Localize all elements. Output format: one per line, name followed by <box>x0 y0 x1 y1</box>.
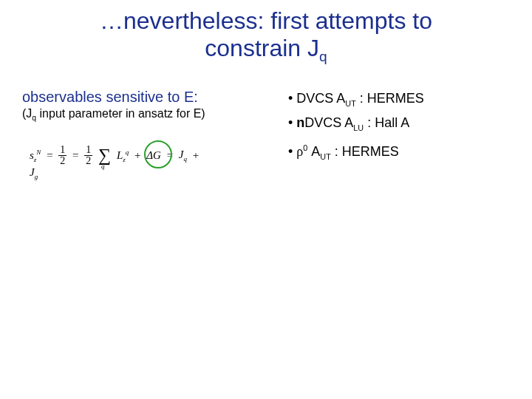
spin-sum-rule-equation: szN = 12 = 12 ∑q Lzq + ΔG = Jq + Jg <box>28 145 205 180</box>
observables-heading: observables sensitive to E: <box>22 89 266 106</box>
slide: …nevertheless: first attempts to constra… <box>0 0 532 399</box>
slide-title: …nevertheless: first attempts to constra… <box>0 7 532 65</box>
bullet-rho0-hermes: • ρ0 AUT : HERMES <box>288 143 517 162</box>
title-line2-sub: q <box>319 49 327 64</box>
left-column: observables sensitive to E: (Jq input pa… <box>22 89 266 122</box>
observables-note: (Jq input parameter in ansatz for E) <box>22 107 266 122</box>
bullet-dvcs-hermes: • DVCS AUT : HERMES <box>288 90 517 109</box>
bullet-ndvcs-halla: • nDVCS ALU : Hall A <box>288 115 517 133</box>
title-line1: …nevertheless: first attempts to <box>100 7 432 34</box>
title-line2-pre: constrain J <box>205 35 319 61</box>
right-column: • DVCS AUT : HERMES • nDVCS ALU : Hall A… <box>288 90 517 168</box>
